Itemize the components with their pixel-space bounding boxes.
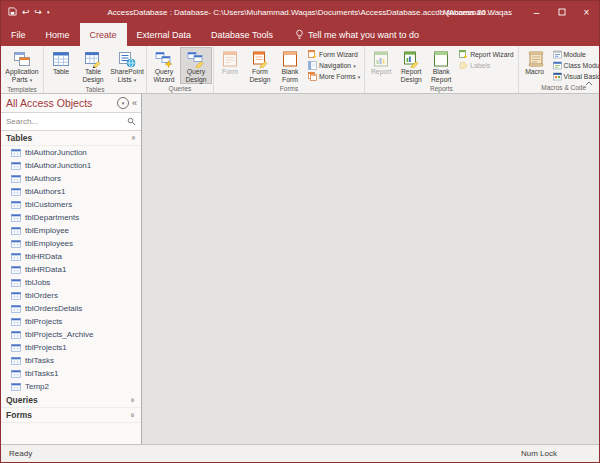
tab-home[interactable]: Home	[36, 23, 80, 46]
table-icon	[11, 226, 21, 236]
table-item[interactable]: tblOrders	[1, 289, 141, 302]
table-design-icon	[84, 50, 102, 68]
section-forms[interactable]: Forms «	[1, 408, 141, 423]
sharepoint-lists-icon	[118, 50, 136, 68]
table-item-label: tblTasks	[25, 356, 54, 365]
application-parts-button[interactable]: Application Parts ▾	[2, 47, 42, 85]
ribbon: Application Parts ▾ Templates Table Tabl…	[1, 46, 599, 94]
table-item[interactable]: Temp2	[1, 380, 141, 393]
user-name[interactable]: Muhammad Waqas	[443, 8, 512, 17]
table-item-label: Temp2	[25, 382, 49, 391]
table-item[interactable]: tblAuthorJunction	[1, 146, 141, 159]
application-parts-icon	[13, 50, 31, 68]
query-design-button[interactable]: Query Design	[180, 47, 212, 84]
report-wizard-icon	[459, 50, 468, 59]
table-item[interactable]: tblProjects_Archive	[1, 328, 141, 341]
close-button[interactable]: ×	[574, 1, 599, 23]
labels-icon	[459, 61, 468, 70]
table-item[interactable]: tblAuthors1	[1, 185, 141, 198]
group-label-reports: Reports	[366, 84, 516, 93]
tables-list: tblAuthorJunction tblAuthorJunction1 tbl…	[1, 146, 141, 393]
table-item[interactable]: tblDepartments	[1, 211, 141, 224]
minimize-button[interactable]: –	[524, 1, 549, 23]
chevron-up-icon	[585, 81, 593, 86]
blank-form-button[interactable]: Blank Form	[275, 47, 305, 84]
table-item-label: tblProjects	[25, 317, 62, 326]
ribbon-tab-strip: File Home Create External Data Database …	[1, 23, 599, 46]
table-item[interactable]: tblOrdersDetails	[1, 302, 141, 315]
undo-button[interactable]: ↩	[22, 7, 30, 17]
expand-section-icon: «	[129, 413, 137, 417]
table-icon	[11, 252, 21, 262]
labels-button[interactable]: Labels	[456, 60, 516, 71]
tab-create[interactable]: Create	[80, 23, 127, 46]
num-lock-indicator: Num Lock	[521, 449, 591, 458]
table-item[interactable]: tblAuthors	[1, 172, 141, 185]
table-icon	[11, 330, 21, 340]
table-icon	[11, 356, 21, 366]
class-module-button[interactable]: Class Module	[550, 60, 599, 71]
maximize-button[interactable]	[549, 1, 574, 23]
ribbon-group-reports: Report Report Design Blank Report Report…	[365, 46, 518, 93]
report-design-button[interactable]: Report Design	[396, 47, 426, 84]
table-design-button[interactable]: Table Design	[77, 47, 109, 85]
tell-me-box[interactable]: Tell me what you want to do	[295, 23, 419, 46]
table-icon	[11, 382, 21, 392]
tab-external-data[interactable]: External Data	[127, 23, 202, 46]
tell-me-label: Tell me what you want to do	[308, 30, 419, 40]
nav-pane-empty-space	[1, 423, 141, 444]
dropdown-arrow-icon: ▾	[134, 77, 137, 83]
nav-menu-button[interactable]: ▾	[117, 97, 129, 109]
section-tables[interactable]: Tables «	[1, 131, 141, 146]
query-wizard-button[interactable]: Query Wizard	[148, 47, 180, 84]
save-button[interactable]	[8, 7, 17, 18]
table-item[interactable]: tblEmployee	[1, 224, 141, 237]
macro-button[interactable]: Macro	[520, 47, 550, 83]
quick-access-toolbar: ↩ ↪ ▾	[1, 7, 50, 18]
blank-report-button[interactable]: Blank Report	[426, 47, 456, 84]
table-item[interactable]: tblTasks1	[1, 367, 141, 380]
access-window: ↩ ↪ ▾ AccessDatabase : Database- C:\User…	[0, 0, 600, 463]
table-item-label: tblAuthors	[25, 174, 61, 183]
query-wizard-icon	[155, 50, 173, 68]
search-input[interactable]	[6, 117, 127, 126]
ribbon-group-forms: Form Form Design Blank Form Form Wizard	[214, 46, 365, 93]
table-item-label: tblProjects1	[25, 343, 67, 352]
table-item-label: tblAuthorJunction1	[25, 161, 91, 170]
form-wizard-button[interactable]: Form Wizard	[305, 49, 363, 60]
section-queries[interactable]: Queries «	[1, 393, 141, 408]
table-item[interactable]: tblProjects1	[1, 341, 141, 354]
navigation-button[interactable]: Navigation ▾	[305, 60, 363, 71]
form-button[interactable]: Form	[215, 47, 245, 84]
form-design-button[interactable]: Form Design	[245, 47, 275, 84]
tab-file[interactable]: File	[1, 23, 36, 46]
module-button[interactable]: Module	[550, 49, 599, 60]
table-item-label: tblHRData	[25, 252, 62, 261]
dropdown-arrow-icon: ▾	[358, 74, 361, 80]
search-icon[interactable]	[127, 117, 136, 126]
collapse-ribbon-button[interactable]	[585, 72, 593, 90]
table-item[interactable]: tblEmployees	[1, 237, 141, 250]
table-item[interactable]: tblAuthorJunction1	[1, 159, 141, 172]
table-item-label: tblOrdersDetails	[25, 304, 82, 313]
report-icon	[372, 50, 390, 68]
more-forms-button[interactable]: More Forms ▾	[305, 71, 363, 82]
class-module-icon	[553, 61, 562, 70]
table-item[interactable]: tblCustomers	[1, 198, 141, 211]
table-icon	[11, 265, 21, 275]
table-item[interactable]: tblHRData	[1, 250, 141, 263]
table-item[interactable]: tblHRData1	[1, 263, 141, 276]
table-item-label: tblEmployees	[25, 239, 73, 248]
tab-database-tools[interactable]: Database Tools	[201, 23, 283, 46]
report-wizard-button[interactable]: Report Wizard	[456, 49, 516, 60]
report-button[interactable]: Report	[366, 47, 396, 84]
shutter-bar-button[interactable]: «	[132, 98, 137, 108]
table-button[interactable]: Table	[45, 47, 77, 85]
redo-button[interactable]: ↪	[35, 7, 43, 17]
table-item[interactable]: tblJobs	[1, 276, 141, 289]
table-item-label: tblHRData1	[25, 265, 66, 274]
sharepoint-lists-button[interactable]: SharePoint Lists ▾	[109, 47, 145, 85]
table-item[interactable]: tblTasks	[1, 354, 141, 367]
table-item[interactable]: tblProjects	[1, 315, 141, 328]
qat-customize-button[interactable]: ▾	[47, 7, 50, 17]
